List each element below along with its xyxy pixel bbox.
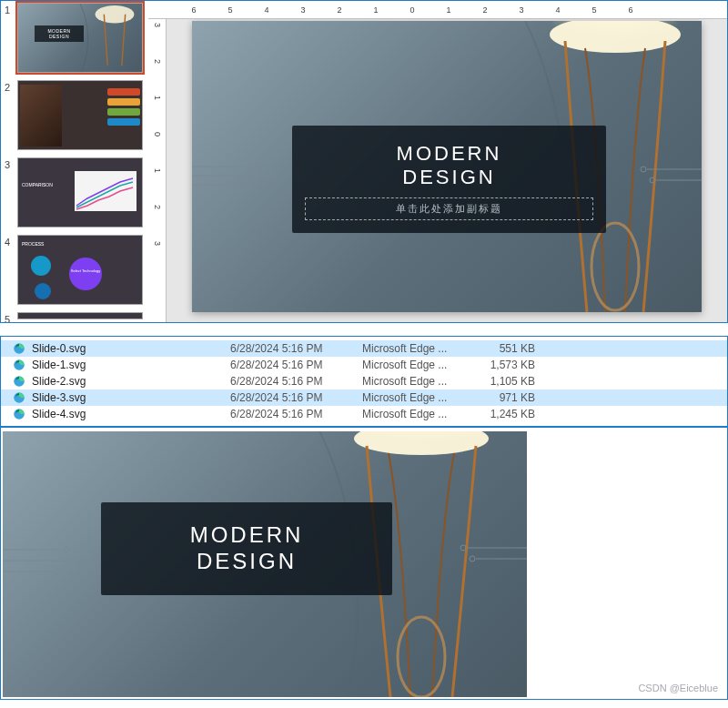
ruler-tick: 1 — [358, 5, 394, 15]
file-date: 6/28/2024 5:16 PM — [230, 342, 362, 355]
thumbnail-row: 1 MODERN DESIGN — [1, 1, 148, 78]
thumb-number: 2 — [5, 80, 14, 150]
slide-canvas-container: MODERN DESIGN 单击此处添加副标题 — [167, 19, 727, 322]
bar-icon — [107, 98, 140, 106]
file-name: Slide-2.svg — [32, 375, 230, 388]
edge-file-icon — [12, 341, 26, 356]
ruler-tick: 0 — [153, 132, 162, 168]
thumb-number: 1 — [5, 3, 14, 73]
subtitle-placeholder[interactable]: 单击此处添加副标题 — [305, 197, 593, 220]
svg-point-11 — [248, 182, 253, 187]
circle-icon — [35, 283, 51, 299]
thumbnail-row: 5 — [1, 310, 148, 322]
file-type: Microsoft Edge ... — [362, 342, 480, 355]
slide-thumbnail-3[interactable]: COMPARISON — [17, 157, 143, 228]
main-edit-area: 3 2 1 0 1 2 3 — [148, 19, 727, 322]
file-row[interactable]: Slide-0.svg6/28/2024 5:16 PMMicrosoft Ed… — [1, 340, 727, 357]
file-name: Slide-1.svg — [32, 359, 230, 371]
thumb-number: 5 — [5, 312, 14, 322]
file-type: Microsoft Edge ... — [362, 408, 480, 420]
slide-canvas[interactable]: MODERN DESIGN 单击此处添加副标题 — [192, 21, 702, 312]
slide-thumbnail-4[interactable]: PROCESS Select Technology — [17, 235, 143, 305]
edge-file-icon — [12, 407, 26, 421]
thumbnail-row: 2 — [1, 78, 148, 156]
file-type: Microsoft Edge ... — [362, 391, 480, 404]
title-line2: DESIGN — [292, 166, 606, 189]
thumbnail-row: 4 PROCESS Select Technology — [1, 233, 148, 310]
file-name: Slide-4.svg — [32, 408, 230, 420]
ruler-tick: 6 — [612, 5, 649, 15]
preview-title-box: MODERN DESIGN — [101, 502, 392, 595]
thumb4-label: PROCESS — [22, 241, 44, 247]
edge-file-icon — [12, 390, 26, 405]
ruler-tick: 6 — [176, 5, 212, 15]
subtitle-hint: 单击此处添加副标题 — [306, 202, 592, 216]
thumbnail-row: 3 COMPARISON — [1, 156, 148, 233]
file-size: 1,573 KB — [480, 359, 535, 371]
ruler-tick: 1 — [153, 96, 162, 132]
slide-thumbnail-1[interactable]: MODERN DESIGN — [17, 3, 143, 73]
thumb2-image — [20, 85, 62, 147]
svg-point-5 — [592, 223, 639, 310]
ruler-tick: 0 — [394, 5, 430, 15]
ruler-tick: 1 — [430, 5, 467, 15]
watermark-text: CSDN @Eiceblue — [638, 683, 718, 693]
ruler-tick: 2 — [321, 5, 358, 15]
powerpoint-editor-panel: 1 MODERN DESIGN 2 — [0, 0, 728, 323]
file-row[interactable]: Slide-2.svg6/28/2024 5:16 PMMicrosoft Ed… — [1, 373, 727, 389]
file-name: Slide-3.svg — [32, 391, 230, 404]
horizontal-ruler[interactable]: 6 5 4 3 2 1 0 1 2 3 4 5 6 — [148, 1, 727, 19]
title-line1: MODERN — [292, 142, 606, 166]
file-explorer-panel: Slide-0.svg6/28/2024 5:16 PMMicrosoft Ed… — [0, 336, 728, 427]
ruler-tick: 3 — [153, 23, 162, 59]
preview-slide: MODERN DESIGN — [3, 431, 527, 697]
preview-title-l1: MODERN — [101, 522, 392, 549]
thumb-number: 4 — [5, 235, 14, 305]
svg-point-13 — [641, 167, 646, 172]
file-date: 6/28/2024 5:16 PM — [230, 391, 362, 404]
ruler-tick: 2 — [467, 5, 503, 15]
ruler-tick: 4 — [540, 5, 576, 15]
circle-icon — [31, 256, 51, 276]
file-size: 1,105 KB — [480, 375, 535, 388]
vertical-ruler[interactable]: 3 2 1 0 1 2 3 — [148, 19, 167, 322]
svg-point-0 — [96, 5, 135, 23]
file-row[interactable]: Slide-4.svg6/28/2024 5:16 PMMicrosoft Ed… — [1, 406, 727, 422]
thumb-title-l2: DESIGN — [49, 34, 69, 39]
file-size: 1,245 KB — [480, 408, 535, 420]
file-type: Microsoft Edge ... — [362, 359, 480, 371]
svg-point-34 — [470, 556, 475, 561]
file-row[interactable]: Slide-1.svg6/28/2024 5:16 PMMicrosoft Ed… — [1, 357, 727, 373]
slide-thumbnail-2[interactable] — [17, 80, 143, 150]
svg-point-28 — [76, 558, 82, 563]
title-placeholder[interactable]: MODERN DESIGN 单击此处添加副标题 — [292, 126, 606, 233]
ruler-tick: 5 — [576, 5, 612, 15]
file-name: Slide-0.svg — [32, 342, 230, 355]
ruler-tick: 5 — [212, 5, 248, 15]
file-row[interactable]: Slide-3.svg6/28/2024 5:16 PMMicrosoft Ed… — [1, 389, 727, 406]
file-size: 551 KB — [480, 342, 535, 355]
edge-file-icon — [12, 374, 26, 389]
bar-icon — [107, 108, 140, 116]
ruler-tick: 3 — [503, 5, 540, 15]
thumb-title-box: MODERN DESIGN — [35, 25, 84, 42]
thumb3-label: COMPARISON — [22, 182, 53, 187]
file-date: 6/28/2024 5:16 PM — [230, 375, 362, 388]
thumb-number: 3 — [5, 157, 14, 228]
bar-icon — [107, 88, 140, 96]
thumb2-bars — [107, 88, 140, 126]
svg-point-15 — [650, 177, 655, 183]
ruler-tick: 2 — [153, 59, 162, 96]
edge-file-icon — [12, 358, 26, 372]
svg-point-32 — [460, 545, 466, 551]
ruler-tick: 3 — [153, 241, 162, 278]
svg-preview-panel: MODERN DESIGN CSDN @Eiceblue — [0, 427, 728, 700]
bar-icon — [107, 118, 140, 126]
svg-point-7 — [257, 164, 262, 169]
slide-thumbnail-5[interactable] — [17, 312, 143, 319]
thumb3-chart — [75, 171, 136, 211]
file-date: 6/28/2024 5:16 PM — [230, 408, 362, 420]
file-date: 6/28/2024 5:16 PM — [230, 359, 362, 371]
slide-thumbnails-pane: 1 MODERN DESIGN 2 — [1, 1, 148, 322]
circuit-icon — [192, 157, 292, 194]
